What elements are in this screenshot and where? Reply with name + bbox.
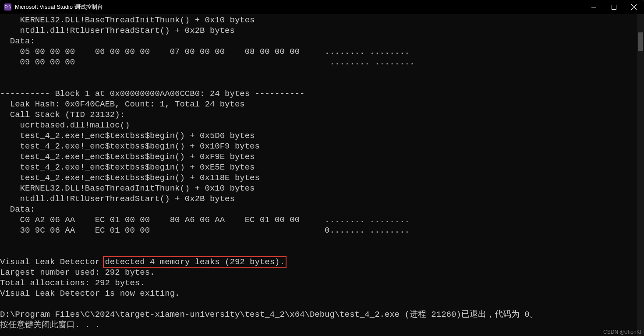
console-output: KERNEL32.DLL!BaseThreadInitThunk() + 0x1…	[0, 14, 637, 336]
console-line: Largest number used: 292 bytes.	[0, 267, 637, 278]
console-line: 按任意键关闭此窗口. . .	[0, 320, 637, 330]
console-line: Data:	[0, 36, 637, 46]
console-line	[0, 246, 637, 257]
console-line	[0, 67, 637, 78]
console-line	[0, 78, 637, 88]
svg-rect-1	[612, 5, 616, 9]
console-line: KERNEL32.DLL!BaseThreadInitThunk() + 0x1…	[0, 15, 637, 25]
console-line: ntdll.dll!RtlUserThreadStart() + 0x2B by…	[0, 25, 637, 36]
console-line: Data:	[0, 204, 637, 215]
console-line	[0, 299, 637, 309]
console-line: C0 A2 06 AA EC 01 00 00 80 A6 06 AA EC 0…	[0, 215, 637, 225]
console-line: 09 00 00 00 ........ ........	[0, 57, 637, 67]
console-line: test_4_2.exe!_enc$textbss$begin() + 0x10…	[0, 141, 637, 152]
console-line: Visual Leak Detector is now exiting.	[0, 288, 637, 299]
watermark-text: CSDN @JhonKI	[603, 329, 641, 335]
console-line: ucrtbased.dll!malloc()	[0, 120, 637, 131]
console-text: Visual Leak Detector	[0, 257, 105, 267]
console-line: 30 9C 06 AA EC 01 00 00 0....... .......…	[0, 225, 637, 236]
vertical-scrollbar[interactable]	[637, 14, 644, 336]
console-line: Visual Leak Detector detected 4 memory l…	[0, 257, 637, 267]
debug-console-window: C:\ Microsoft Visual Studio 调试控制台 KERNEL…	[0, 0, 644, 336]
console-line: ---------- Block 1 at 0x00000000AA06CCB0…	[0, 88, 637, 99]
console-line: test_4_2.exe!_enc$textbss$begin() + 0x5D…	[0, 131, 637, 141]
console-line: Total allocations: 292 bytes.	[0, 278, 637, 288]
console-line: D:\Program Files\C\2024\target-xiamen-un…	[0, 309, 637, 320]
console-line: Call Stack (TID 23132):	[0, 110, 637, 120]
console-line: Leak Hash: 0x0F40CAEB, Count: 1, Total 2…	[0, 99, 637, 110]
console-line	[0, 236, 637, 246]
app-icon: C:\	[4, 4, 11, 11]
console-line: ntdll.dll!RtlUserThreadStart() + 0x2B by…	[0, 194, 637, 204]
maximize-button[interactable]	[604, 0, 624, 14]
titlebar[interactable]: C:\ Microsoft Visual Studio 调试控制台	[0, 0, 644, 14]
leak-summary-text: detected 4 memory leaks (292 bytes).	[105, 257, 284, 267]
scrollbar-thumb[interactable]	[638, 32, 643, 51]
console-line: 05 00 00 00 06 00 00 00 07 00 00 00 08 0…	[0, 46, 637, 57]
window-title: Microsoft Visual Studio 调试控制台	[15, 3, 103, 11]
minimize-button[interactable]	[584, 0, 604, 14]
console-line: test_4_2.exe!_enc$textbss$begin() + 0xF9…	[0, 152, 637, 162]
console-line: test_4_2.exe!_enc$textbss$begin() + 0xE5…	[0, 162, 637, 173]
close-button[interactable]	[624, 0, 644, 14]
console-line: KERNEL32.DLL!BaseThreadInitThunk() + 0x1…	[0, 183, 637, 194]
console-line: test_4_2.exe!_enc$textbss$begin() + 0x11…	[0, 173, 637, 183]
